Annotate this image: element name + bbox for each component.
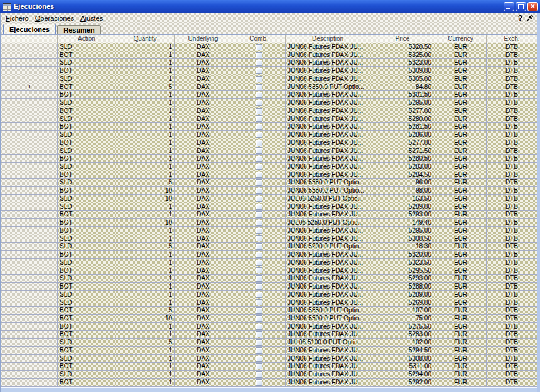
row-expander[interactable] (1, 259, 58, 267)
table-row[interactable]: SLD 1 DAX JUN06 Futures FDAX JU... 5271.… (1, 147, 537, 156)
comb-checkbox[interactable] (256, 172, 262, 178)
header-underlying[interactable]: Underlying (175, 35, 232, 43)
table-row[interactable]: BOT 1 DAX JUN06 Futures FDAX JU... 5320.… (1, 251, 537, 259)
table-row[interactable]: BOT 1 DAX JUN06 Futures FDAX JU... 5283.… (1, 331, 537, 339)
row-expander[interactable] (1, 227, 58, 235)
row-expander[interactable] (1, 51, 58, 60)
header-expander[interactable] (1, 35, 58, 43)
table-row[interactable]: SLD 1 DAX JUN06 Futures FDAX JU... 5280.… (1, 115, 537, 124)
table-row[interactable]: BOT 1 DAX JUN06 Futures FDAX JU... 5288.… (1, 283, 537, 291)
table-row[interactable]: SLD 1 DAX JUN06 Futures FDAX JU... 5305.… (1, 75, 537, 83)
comb-checkbox[interactable] (256, 44, 262, 50)
table-row[interactable]: BOT 1 DAX JUN06 Futures FDAX JU... 5277.… (1, 139, 537, 147)
table-row[interactable]: + BOT 5 DAX JUN06 5350.0 PUT Optio... 84… (1, 83, 537, 92)
row-expander[interactable] (1, 379, 58, 387)
pushpin-icon[interactable] (526, 14, 534, 22)
menu-operaciones[interactable]: Operaciones (32, 14, 77, 23)
comb-checkbox[interactable] (256, 347, 262, 354)
comb-checkbox[interactable] (256, 92, 262, 98)
comb-checkbox[interactable] (256, 331, 262, 337)
table-row[interactable]: SLD 10 DAX JUL06 5250.0 PUT Optio... 153… (1, 195, 537, 203)
comb-checkbox[interactable] (256, 100, 262, 106)
row-expander[interactable] (1, 339, 58, 347)
header-currency[interactable]: Currency (435, 35, 487, 43)
table-row[interactable]: SLD 5 DAX JUN06 5350.0 PUT Optio... 96.0… (1, 179, 537, 187)
table-row[interactable]: SLD 1 DAX JUN06 Futures FDAX JU... 5300.… (1, 235, 537, 243)
comb-checkbox[interactable] (256, 132, 262, 138)
comb-checkbox[interactable] (256, 307, 262, 314)
comb-checkbox[interactable] (256, 76, 262, 82)
row-expander[interactable] (1, 131, 58, 139)
menu-ajustes[interactable]: Ajustes (77, 14, 106, 23)
titlebar[interactable]: Ejecuciones × (0, 0, 540, 13)
row-expander[interactable] (1, 243, 58, 251)
comb-checkbox[interactable] (256, 156, 262, 162)
comb-checkbox[interactable] (256, 315, 262, 322)
table-row[interactable]: BOT 1 DAX JUN06 Futures FDAX JU... 5293.… (1, 211, 537, 219)
tab-resumen[interactable]: Resumen (57, 25, 101, 34)
table-row[interactable]: SLD 1 DAX JUN06 Futures FDAX JU... 5323.… (1, 59, 537, 67)
comb-checkbox[interactable] (256, 371, 262, 378)
comb-checkbox[interactable] (256, 324, 262, 330)
table-row[interactable]: BOT 1 DAX JUN06 Futures FDAX JU... 5284.… (1, 171, 537, 179)
row-expander[interactable] (1, 219, 58, 227)
help-icon[interactable]: ? (514, 14, 526, 23)
row-expander[interactable] (1, 123, 58, 131)
row-expander[interactable] (1, 211, 58, 219)
close-button[interactable]: × (527, 2, 538, 11)
comb-checkbox[interactable] (256, 356, 262, 362)
table-row[interactable]: BOT 1 DAX JUN06 Futures FDAX JU... 5295.… (1, 267, 537, 275)
row-expander[interactable] (1, 107, 58, 115)
comb-checkbox[interactable] (256, 84, 262, 90)
comb-checkbox[interactable] (256, 267, 262, 273)
comb-checkbox[interactable] (256, 243, 262, 250)
table-row[interactable]: SLD 5 DAX JUN06 5200.0 PUT Optio... 18.3… (1, 243, 537, 251)
row-expander[interactable] (1, 315, 58, 323)
row-expander[interactable] (1, 179, 58, 187)
table-row[interactable]: SLD 1 DAX JUN06 Futures FDAX JU... 5289.… (1, 203, 537, 211)
table-row[interactable]: BOT 1 DAX JUN06 Futures FDAX JU... 5275.… (1, 323, 537, 331)
row-expander[interactable] (1, 59, 58, 67)
table-row[interactable]: BOT 1 DAX JUN06 Futures FDAX JU... 5281.… (1, 123, 537, 131)
table-row[interactable]: BOT 1 DAX JUN06 Futures FDAX JU... 5295.… (1, 227, 537, 235)
comb-checkbox[interactable] (256, 68, 262, 74)
row-expander[interactable] (1, 155, 58, 163)
comb-checkbox[interactable] (256, 283, 262, 290)
comb-checkbox[interactable] (256, 379, 262, 386)
tab-ejecuciones[interactable]: Ejecuciones (3, 24, 56, 34)
row-expander[interactable] (1, 171, 58, 179)
row-expander[interactable] (1, 163, 58, 171)
table-row[interactable]: SLD 1 DAX JUN06 Futures FDAX JU... 5269.… (1, 299, 537, 307)
row-expander[interactable] (1, 203, 58, 211)
comb-checkbox[interactable] (256, 299, 262, 305)
table-row[interactable]: BOT 1 DAX JUN06 Futures FDAX JU... 5294.… (1, 347, 537, 355)
comb-checkbox[interactable] (256, 188, 262, 194)
table-row[interactable]: SLD 1 DAX JUN06 Futures FDAX JU... 5283.… (1, 163, 537, 171)
table-row[interactable]: SLD 5 DAX JUL06 5100.0 PUT Optio... 102.… (1, 339, 537, 347)
row-expander[interactable] (1, 299, 58, 307)
comb-checkbox[interactable] (256, 60, 262, 66)
comb-checkbox[interactable] (256, 275, 262, 282)
comb-checkbox[interactable] (256, 124, 262, 130)
table-row[interactable]: BOT 1 DAX JUN06 Futures FDAX JU... 5325.… (1, 51, 537, 60)
table-row[interactable]: SLD 1 DAX JUN06 Futures FDAX JU... 5293.… (1, 275, 537, 283)
table-row[interactable]: BOT 1 DAX JUN06 Futures FDAX JU... 5311.… (1, 363, 537, 371)
table-row[interactable]: BOT 1 DAX JUN06 Futures FDAX JU... 5277.… (1, 107, 537, 115)
row-expander[interactable] (1, 251, 58, 259)
comb-checkbox[interactable] (256, 260, 262, 266)
comb-checkbox[interactable] (256, 147, 262, 154)
comb-checkbox[interactable] (256, 164, 262, 170)
header-action[interactable]: Action (58, 35, 116, 43)
row-expander[interactable] (1, 195, 58, 203)
minimize-button[interactable] (504, 2, 514, 11)
row-expander[interactable] (1, 323, 58, 331)
comb-checkbox[interactable] (256, 252, 262, 258)
table-row[interactable]: SLD 1 DAX JUN06 Futures FDAX JU... 5294.… (1, 371, 537, 379)
header-quantity[interactable]: Quantity (116, 35, 175, 43)
table-row[interactable]: SLD 1 DAX JUN06 Futures FDAX JU... 5295.… (1, 99, 537, 107)
row-expander[interactable] (1, 115, 58, 124)
table-row[interactable]: SLD 1 DAX JUN06 Futures FDAX JU... 5320.… (1, 43, 537, 51)
table-row[interactable]: BOT 10 DAX JUN06 5300.0 PUT Optio... 75.… (1, 315, 537, 323)
table-row[interactable]: SLD 1 DAX JUN06 Futures FDAX JU... 5286.… (1, 131, 537, 139)
table-row[interactable]: BOT 10 DAX JUN06 5350.0 PUT Optio... 98.… (1, 187, 537, 195)
